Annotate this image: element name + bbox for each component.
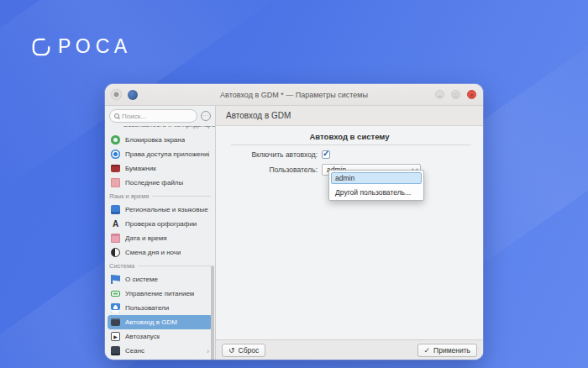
autologin-form: Автовход в систему Включить автовход: ✓ …: [216, 126, 483, 339]
user-dropdown-popup: adminДругой пользователь...: [328, 170, 424, 201]
form-separator: [231, 145, 471, 145]
autostart-icon: ▶: [111, 332, 120, 341]
daynight-icon: [111, 248, 120, 257]
minimize-button[interactable]: –: [435, 90, 444, 99]
sidebar-section-label: Язык и время: [109, 192, 149, 200]
search-box[interactable]: [109, 109, 197, 123]
sidebar-item-label: Автовход в GDM: [125, 318, 177, 326]
sidebar-item-about[interactable]: О системе: [108, 272, 213, 287]
sidebar-item-label: Автозапуск: [125, 333, 160, 340]
sidebar-item-label: Смена дня и ночи: [125, 249, 181, 256]
sidebar-scrollbar[interactable]: [211, 265, 214, 360]
user-label: Пользователь:: [216, 166, 322, 174]
settings-window: Автовход в GDM * — Параметры системы – □…: [105, 84, 483, 360]
sidebar-item-label: О системе: [125, 276, 158, 283]
more-options-icon[interactable]: [201, 111, 211, 121]
recent-files-icon: [111, 178, 120, 187]
sidebar-item-label: Дата и время: [125, 234, 167, 242]
sidebar-list: Блокировка экранаПрава доступа приложени…: [105, 133, 215, 360]
app-icon: [128, 90, 138, 100]
window-menu-gear-icon[interactable]: [112, 90, 121, 99]
content-header: Автовход в GDM: [216, 106, 483, 126]
about-icon: [111, 275, 120, 284]
search-input[interactable]: [122, 113, 192, 120]
content-pane: Автовход в GDM Автовход в систему Включи…: [216, 106, 483, 360]
sidebar-item-regional[interactable]: Региональные и языковые ...: [108, 202, 213, 217]
dropdown-option-1[interactable]: Другой пользователь...: [331, 187, 422, 198]
sidebar-section-header: Система: [108, 260, 213, 272]
search-icon: [114, 113, 119, 118]
sidebar: Безопасность и конфиденциальность Блокир…: [105, 106, 216, 360]
close-button[interactable]: ×: [467, 90, 476, 99]
sidebar-item-autostart[interactable]: ▶Автозапуск: [108, 329, 213, 344]
sidebar-item-wallet[interactable]: Бумажник: [108, 161, 213, 176]
sidebar-item-clipped[interactable]: Безопасность и конфиденциальность: [105, 126, 215, 133]
sidebar-item-session[interactable]: Сеанс›: [108, 344, 213, 358]
sidebar-item-label: Управление питанием: [125, 290, 194, 297]
session-icon: [111, 346, 120, 355]
reset-button[interactable]: ↺ Сброс: [222, 344, 265, 357]
checkmark-icon: ✓: [323, 149, 329, 158]
form-title: Автовход в систему: [216, 126, 483, 141]
section-divider: [138, 265, 211, 266]
maximize-button[interactable]: □: [451, 90, 460, 99]
sidebar-item-recent-files[interactable]: Последние файлы: [108, 176, 213, 190]
sidebar-section-header: Язык и время: [108, 190, 213, 202]
sidebar-item-label: Пользователи: [125, 304, 169, 312]
enable-autologin-checkbox[interactable]: ✓: [322, 150, 330, 159]
window-title: Автовход в GDM * — Параметры системы: [105, 91, 483, 99]
titlebar[interactable]: Автовход в GDM * — Параметры системы – □…: [105, 84, 483, 106]
rosa-logo-text: РОСА: [58, 35, 132, 58]
rosa-logo: РОСА: [32, 35, 132, 58]
sidebar-item-users[interactable]: Пользователи: [108, 301, 213, 315]
wallet-icon: [111, 165, 120, 172]
reset-icon: ↺: [228, 346, 235, 355]
sidebar-section-label: Система: [109, 262, 134, 270]
dropdown-option-0[interactable]: admin: [331, 172, 422, 184]
desktop: РОСА Автовход в GDM * — Параметры систем…: [0, 0, 588, 368]
sidebar-item-gdm-autologin[interactable]: Автовход в GDM: [108, 315, 213, 329]
spellcheck-icon: A: [111, 219, 120, 229]
sidebar-item-label: Последние файлы: [125, 179, 183, 187]
sidebar-item-lock-screen[interactable]: Блокировка экрана: [108, 133, 213, 147]
lock-screen-icon: [111, 135, 120, 145]
sidebar-item-day-night[interactable]: Смена дня и ночи: [108, 245, 213, 260]
app-permissions-icon: [111, 150, 120, 159]
sidebar-item-label: Права доступа приложений: [125, 150, 209, 158]
sidebar-item-label: Проверка орфографии: [125, 220, 197, 228]
sidebar-item-spellcheck[interactable]: AПроверка орфографии: [108, 217, 213, 231]
footer-bar: ↺ Сброс ✓ Применить: [216, 339, 483, 360]
sidebar-item-datetime[interactable]: Дата и время: [108, 231, 213, 245]
gdm-icon: [111, 318, 120, 326]
sidebar-item-label: Региональные и языковые ...: [125, 206, 209, 213]
page-title: Автовход в GDM: [226, 111, 291, 120]
regional-icon: [111, 205, 120, 214]
sidebar-item-label: Блокировка экрана: [125, 136, 185, 144]
enable-autologin-label: Включить автовход:: [216, 150, 322, 159]
sidebar-item-label: Сеанс: [125, 347, 144, 355]
sidebar-item-app-permissions[interactable]: Права доступа приложений: [108, 147, 213, 161]
power-icon: [111, 291, 120, 297]
chevron-right-icon: ›: [207, 347, 209, 355]
apply-button[interactable]: ✓ Применить: [417, 344, 477, 357]
sidebar-item-power[interactable]: Управление питанием: [108, 287, 213, 301]
users-icon: [111, 303, 120, 313]
rosa-logo-icon: [32, 38, 50, 56]
apply-icon: ✓: [424, 346, 431, 355]
sidebar-item-label: Бумажник: [125, 165, 156, 172]
section-divider: [152, 196, 211, 197]
datetime-icon: [111, 234, 120, 243]
